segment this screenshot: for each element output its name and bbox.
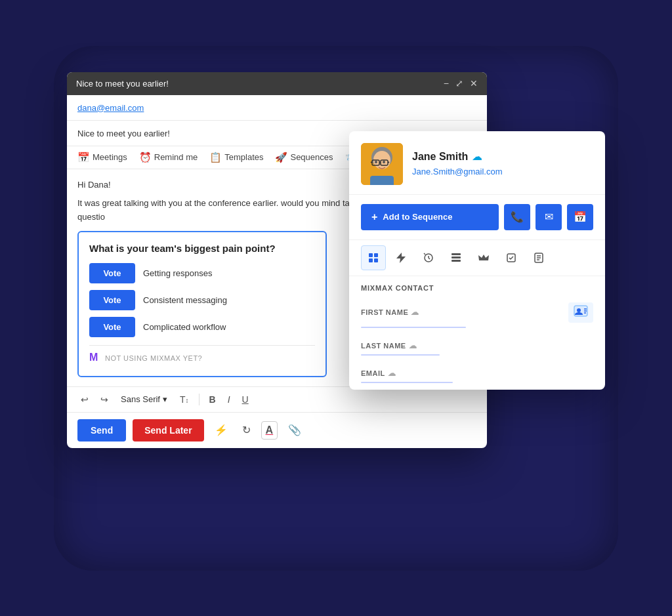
svg-rect-14 xyxy=(369,258,373,262)
add-to-sequence-button[interactable]: + Add to Sequence xyxy=(361,204,499,230)
tab-grid[interactable] xyxy=(361,245,386,270)
checkbox-icon xyxy=(506,253,516,263)
rocket-icon: 🚀 xyxy=(275,152,287,163)
lightning-icon xyxy=(396,253,406,263)
undo-button[interactable]: ↩ xyxy=(77,392,92,407)
toolbar-sequences-label: Sequences xyxy=(290,152,333,162)
svg-text:M: M xyxy=(89,352,98,363)
contact-name: Jane Smith xyxy=(412,151,468,163)
attach-button[interactable]: 📎 xyxy=(284,421,305,439)
svg-rect-15 xyxy=(374,258,378,262)
tab-notes[interactable] xyxy=(526,245,551,270)
vote-button-2[interactable]: Vote xyxy=(89,290,135,310)
titlebar: Nice to meet you earlier! − ⤢ ✕ xyxy=(67,72,487,95)
refresh-button[interactable]: ↻ xyxy=(238,421,255,439)
first-name-label: FIRST NAME ☁ xyxy=(361,308,419,317)
vote-button-1[interactable]: Vote xyxy=(89,263,135,283)
poll-footer-text: NOT USING MIXMAX YET? xyxy=(105,354,202,362)
window-controls: − ⤢ ✕ xyxy=(444,79,478,88)
email-label-row: EMAIL ☁ xyxy=(361,369,593,378)
table-icon xyxy=(451,253,461,263)
send-toolbar: Send Send Later ⚡ ↻ A 📎 xyxy=(67,412,487,448)
poll-option-text-3: Complicated workflow xyxy=(143,322,226,332)
contact-email[interactable]: Jane.Smith@gmail.com xyxy=(412,167,502,176)
last-name-cloud-icon: ☁ xyxy=(409,341,417,350)
toolbar-separator-1 xyxy=(199,394,200,405)
svg-rect-18 xyxy=(452,257,461,258)
calendar-icon: 📅 xyxy=(77,152,90,163)
toolbar-sequences[interactable]: 🚀 Sequences xyxy=(275,152,333,163)
calendar-action-button[interactable]: 📅 xyxy=(567,204,593,230)
subject-field[interactable]: Nice to meet you earlier! xyxy=(77,129,170,138)
bold-button[interactable]: B xyxy=(206,392,219,407)
add-to-sequence-label: Add to Sequence xyxy=(383,212,452,222)
poll-option-1: Vote Getting responses xyxy=(89,263,315,283)
to-row: dana@email.com xyxy=(67,95,487,121)
svg-point-26 xyxy=(577,308,581,312)
email-field: EMAIL ☁ xyxy=(349,362,605,390)
contact-name-row: Jane Smith ☁ xyxy=(412,150,593,163)
contact-card-button[interactable] xyxy=(568,302,593,323)
toolbar-meetings-label: Meetings xyxy=(93,152,127,162)
italic-button[interactable]: I xyxy=(224,392,234,407)
tab-history[interactable] xyxy=(416,245,441,270)
text-color-button[interactable]: A xyxy=(261,421,278,440)
templates-icon: 📋 xyxy=(209,152,222,163)
font-selector[interactable]: Sans Serif ▾ xyxy=(117,392,171,406)
tab-crown[interactable] xyxy=(471,245,496,270)
vote-button-3[interactable]: Vote xyxy=(89,317,135,337)
text-size-button[interactable]: T↕ xyxy=(177,392,192,407)
window-title: Nice to meet you earlier! xyxy=(76,79,169,89)
mixmax-logo-icon: M xyxy=(89,351,101,365)
svg-line-8 xyxy=(388,162,389,163)
action-buttons: + Add to Sequence 📞 ✉ 📅 xyxy=(349,195,605,240)
send-button[interactable]: Send xyxy=(77,419,126,441)
svg-rect-12 xyxy=(369,253,373,257)
underline-button[interactable]: U xyxy=(239,392,252,407)
svg-rect-11 xyxy=(370,176,394,185)
text-size-icon: T xyxy=(180,394,186,405)
email-icon: ✉ xyxy=(545,211,553,223)
tab-icons-row xyxy=(349,240,605,276)
email-label: EMAIL ☁ xyxy=(361,369,396,378)
phone-button[interactable]: 📞 xyxy=(504,204,530,230)
maximize-button[interactable]: ⤢ xyxy=(455,79,463,88)
last-name-field: LAST NAME ☁ xyxy=(349,335,605,362)
grid-icon xyxy=(368,253,379,263)
toolbar-templates-label: Templates xyxy=(224,152,263,162)
avatar xyxy=(361,143,403,185)
email-cloud-icon: ☁ xyxy=(388,369,396,378)
lightning-button[interactable]: ⚡ xyxy=(211,421,232,439)
minimize-button[interactable]: − xyxy=(444,79,449,88)
email-action-button[interactable]: ✉ xyxy=(536,204,562,230)
tab-lightning[interactable] xyxy=(388,245,413,270)
section-title: MIXMAX CONTACT xyxy=(349,276,605,296)
toolbar-templates[interactable]: 📋 Templates xyxy=(209,152,263,163)
redo-button[interactable]: ↪ xyxy=(97,392,112,407)
svg-rect-13 xyxy=(374,253,378,257)
crm-panel: Jane Smith ☁ Jane.Smith@gmail.com + Add … xyxy=(349,131,605,390)
tab-check[interactable] xyxy=(499,245,524,270)
svg-point-10 xyxy=(383,161,385,163)
font-dropdown-arrow: ▾ xyxy=(163,394,167,404)
first-name-label-text: FIRST NAME xyxy=(361,308,408,316)
email-label-text: EMAIL xyxy=(361,369,385,377)
crown-icon xyxy=(478,253,489,262)
last-name-label-text: LAST NAME xyxy=(361,342,406,350)
close-button[interactable]: ✕ xyxy=(470,79,478,88)
last-name-underline xyxy=(361,354,440,356)
text-size-sub-icon: ↕ xyxy=(186,397,189,404)
poll-option-2: Vote Consistent messaging xyxy=(89,290,315,310)
first-name-cloud-icon: ☁ xyxy=(411,308,419,317)
toolbar-remind-me[interactable]: ⏰ Remind me xyxy=(139,152,198,163)
svg-rect-17 xyxy=(452,253,461,255)
tab-table[interactable] xyxy=(444,245,469,270)
send-later-button[interactable]: Send Later xyxy=(133,419,203,441)
to-field[interactable]: dana@email.com xyxy=(77,103,144,113)
poll-option-3: Vote Complicated workflow xyxy=(89,317,315,337)
poll-option-text-1: Getting responses xyxy=(143,268,213,278)
contact-header: Jane Smith ☁ Jane.Smith@gmail.com xyxy=(349,131,605,195)
last-name-label: LAST NAME ☁ xyxy=(361,341,417,350)
toolbar-meetings[interactable]: 📅 Meetings xyxy=(77,152,127,163)
salesforce-icon: ☁ xyxy=(472,150,482,163)
